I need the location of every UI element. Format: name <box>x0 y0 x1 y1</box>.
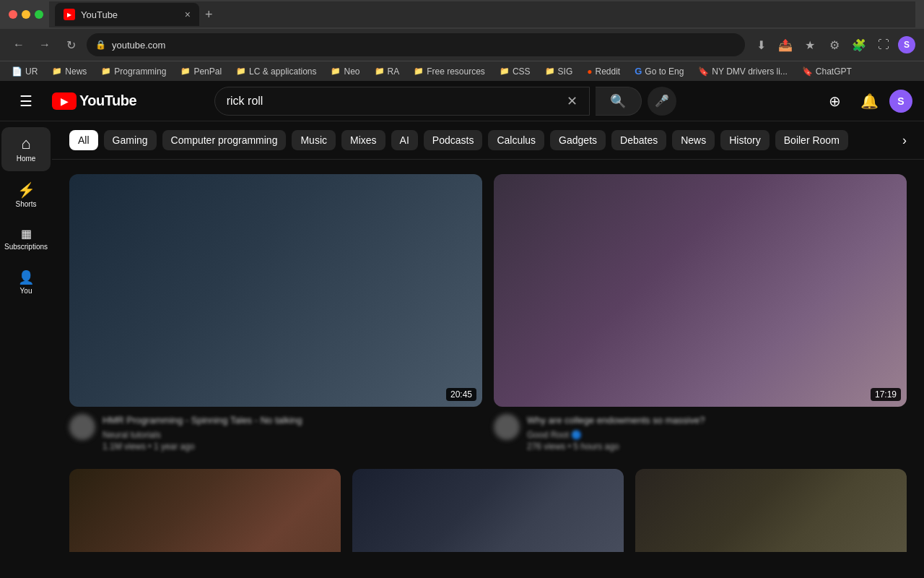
sidebar-toggle-icon[interactable]: ⛶ <box>873 35 894 55</box>
filter-chip-ai[interactable]: AI <box>391 130 418 150</box>
video-meta-1: HMR Programming - Spinning Tales - No ta… <box>103 414 482 452</box>
youtube-app: ☰ YouTube ✕ 🔍 🎤 ⊕ 🔔 S ⌂ Home <box>0 81 924 552</box>
video-thumbnail-3 <box>69 469 341 552</box>
bookmark-go-to-eng[interactable]: G Go to Eng <box>629 64 689 78</box>
bookmark-sig[interactable]: 📁 SIG <box>539 65 579 78</box>
filter-chip-gadgets[interactable]: Gadgets <box>550 130 606 150</box>
video-title-2: Why are college endowments so massive? <box>527 414 907 427</box>
bookmark-programming-label: Programming <box>114 66 166 77</box>
bookmark-ny-dmv[interactable]: 🔖 NY DMV drivers li... <box>692 65 793 78</box>
video-card-1[interactable]: 20:45 HMR Programming - Spinning Tales -… <box>69 174 482 452</box>
bookmarks-bar: 📄 UR 📁 News 📁 Programming 📁 PenPal 📁 LC … <box>0 61 924 81</box>
sidebar-shorts-label: Shorts <box>16 200 37 208</box>
filter-next-button[interactable]: › <box>902 133 907 148</box>
bookmark-css[interactable]: 📁 CSS <box>494 65 536 78</box>
bookmark-icon[interactable]: ★ <box>800 35 820 55</box>
bookmark-free-resources[interactable]: 📁 Free resources <box>408 65 491 78</box>
video-stats-2: 276 views • 5 hours ago <box>527 441 907 452</box>
sidebar-item-shorts[interactable]: ⚡ Shorts <box>1 174 51 217</box>
bookmark-news[interactable]: 📁 News <box>46 65 92 78</box>
menu-button[interactable]: ☰ <box>12 87 40 116</box>
bookmark-neo-folder-icon: 📁 <box>331 66 341 76</box>
videos-row-2 <box>69 469 907 552</box>
sidebar-item-subscriptions[interactable]: ▦ Subscriptions <box>1 220 51 259</box>
video-thumbnail-4 <box>352 469 624 552</box>
sidebar-home-label: Home <box>17 155 36 163</box>
browser-user-avatar[interactable]: S <box>898 36 915 53</box>
user-avatar[interactable]: S <box>889 90 912 113</box>
bookmark-penpal[interactable]: 📁 PenPal <box>175 65 227 78</box>
youtube-logo[interactable]: YouTube <box>52 92 136 110</box>
active-tab[interactable]: YouTube × <box>55 3 199 26</box>
filter-chip-news[interactable]: News <box>672 130 715 150</box>
notifications-button[interactable]: 🔔 <box>855 87 884 116</box>
download-icon[interactable]: ⬇ <box>751 35 771 55</box>
search-submit-button[interactable]: 🔍 <box>596 87 642 116</box>
back-button[interactable]: ← <box>9 35 29 55</box>
share-icon[interactable]: 📤 <box>775 35 796 55</box>
address-bar-url: youtube.com <box>112 40 736 51</box>
filter-chip-history[interactable]: History <box>720 130 770 150</box>
bookmark-sig-label: SIG <box>558 66 573 77</box>
main-content: All Gaming Computer programming Music Mi… <box>52 121 924 552</box>
bookmark-lc-applications[interactable]: 📁 LC & applications <box>230 65 322 78</box>
bookmark-reddit[interactable]: ● Reddit <box>581 65 626 78</box>
video-duration-1: 20:45 <box>446 388 476 401</box>
video-duration-2: 17:19 <box>871 388 901 401</box>
filter-chip-music[interactable]: Music <box>292 130 336 150</box>
bookmark-free-resources-label: Free resources <box>427 66 485 77</box>
bookmark-ur-icon: 📄 <box>12 66 22 77</box>
extensions-icon[interactable]: 🧩 <box>849 35 869 55</box>
youtube-logo-text: YouTube <box>79 92 136 109</box>
video-card-5[interactable] <box>635 469 907 552</box>
sidebar-item-you[interactable]: 👤 You <box>1 262 51 303</box>
bookmark-free-resources-folder-icon: 📁 <box>414 66 424 76</box>
search-clear-button[interactable]: ✕ <box>567 93 578 109</box>
browser-toolbar: ← → ↻ 🔒 youtube.com ⬇ 📤 ★ ⚙ 🧩 ⛶ S <box>0 29 924 61</box>
security-lock-icon: 🔒 <box>95 40 106 50</box>
bookmark-ur[interactable]: 📄 UR <box>6 65 43 78</box>
youtube-body: ⌂ Home ⚡ Shorts ▦ Subscriptions 👤 You Al… <box>0 121 924 552</box>
tab-bar: YouTube × + <box>49 1 915 27</box>
bookmark-neo[interactable]: 📁 Neo <box>325 65 365 78</box>
bookmark-sig-folder-icon: 📁 <box>545 66 555 76</box>
bookmark-ra[interactable]: 📁 RA <box>369 65 406 78</box>
search-input[interactable] <box>227 95 561 108</box>
settings-icon[interactable]: ⚙ <box>824 35 845 55</box>
forward-button[interactable]: → <box>35 35 55 55</box>
create-video-button[interactable]: ⊕ <box>820 87 849 116</box>
sidebar-item-home[interactable]: ⌂ Home <box>1 127 51 171</box>
bookmark-chatgpt[interactable]: 🔖 ChatGPT <box>796 65 858 78</box>
search-bar[interactable]: ✕ <box>214 87 590 116</box>
bookmark-ra-label: RA <box>388 66 400 77</box>
maximize-window-button[interactable] <box>35 10 43 19</box>
new-tab-button[interactable]: + <box>205 7 213 22</box>
video-card-2[interactable]: 17:19 Why are college endowments so mass… <box>494 174 907 452</box>
close-window-button[interactable] <box>9 10 17 19</box>
filter-chip-debates[interactable]: Debates <box>611 130 666 150</box>
bookmark-reddit-icon: ● <box>587 66 592 77</box>
bookmark-google-icon: G <box>635 66 642 77</box>
filter-chip-podcasts[interactable]: Podcasts <box>424 130 483 150</box>
minimize-window-button[interactable] <box>22 10 30 19</box>
bookmark-css-label: CSS <box>513 66 531 77</box>
bookmark-programming[interactable]: 📁 Programming <box>95 65 172 78</box>
youtube-header: ☰ YouTube ✕ 🔍 🎤 ⊕ 🔔 S <box>0 81 924 121</box>
tab-favicon-icon <box>64 9 75 20</box>
bookmark-neo-label: Neo <box>344 66 359 77</box>
video-card-3[interactable] <box>69 469 341 552</box>
address-bar[interactable]: 🔒 youtube.com <box>87 33 745 56</box>
refresh-button[interactable]: ↻ <box>61 35 81 55</box>
voice-search-button[interactable]: 🎤 <box>648 87 676 116</box>
toolbar-icons: ⬇ 📤 ★ ⚙ 🧩 ⛶ S <box>751 35 915 55</box>
filter-chip-gaming[interactable]: Gaming <box>104 130 157 150</box>
filter-chip-mixes[interactable]: Mixes <box>341 130 385 150</box>
filter-chip-all[interactable]: All <box>69 130 98 150</box>
tab-close-button[interactable]: × <box>185 9 191 20</box>
filter-chip-boiler-room[interactable]: Boiler Room <box>775 130 848 150</box>
bookmark-news-label: News <box>65 66 87 77</box>
video-channel-1: Neural tutorials <box>103 430 482 440</box>
video-card-4[interactable] <box>352 469 624 552</box>
filter-chip-computer-programming[interactable]: Computer programming <box>162 130 287 150</box>
filter-chip-calculus[interactable]: Calculus <box>488 130 544 150</box>
